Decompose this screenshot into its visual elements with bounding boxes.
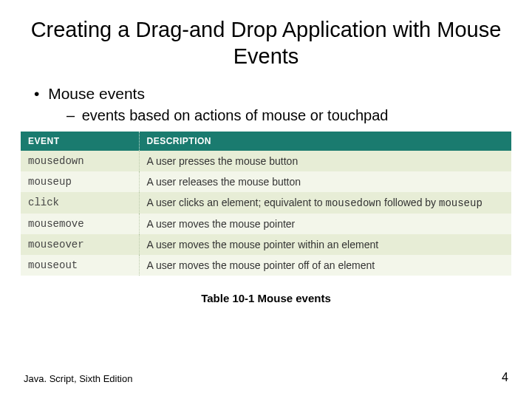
cell-event: mouseup — [21, 171, 139, 192]
table-header-row: EVENT DESCRIPTION — [21, 132, 511, 151]
desc-text: A user clicks an element; equivalent to — [147, 197, 326, 208]
cell-description: A user moves the mouse pointer off of an… — [139, 255, 511, 276]
table-row: mouseout A user moves the mouse pointer … — [21, 255, 511, 276]
desc-mono: mouseup — [439, 197, 482, 209]
cell-description: A user moves the mouse pointer within an… — [139, 234, 511, 255]
bullet-level1: Mouse events — [34, 85, 511, 103]
cell-description: A user moves the mouse pointer — [139, 214, 511, 234]
cell-event: mousemove — [21, 214, 139, 234]
col-header-description: DESCRIPTION — [139, 132, 511, 151]
table-row: mouseup A user releases the mouse button — [21, 171, 511, 192]
cell-description: A user presses the mouse button — [139, 151, 511, 171]
page-number: 4 — [502, 371, 508, 384]
cell-event: mouseover — [21, 234, 139, 255]
cell-description: A user clicks an element; equivalent to … — [139, 192, 511, 214]
cell-event: click — [21, 192, 139, 214]
table-row: mouseover A user moves the mouse pointer… — [21, 234, 511, 255]
events-table: EVENT DESCRIPTION mousedown A user press… — [21, 132, 511, 276]
table-row: mousemove A user moves the mouse pointer — [21, 214, 511, 234]
col-header-event: EVENT — [21, 132, 139, 151]
cell-description: A user releases the mouse button — [139, 171, 511, 192]
footer-book-title: Java. Script, Sixth Edition — [24, 373, 132, 384]
cell-event: mouseout — [21, 255, 139, 276]
table-caption: Table 10-1 Mouse events — [21, 292, 511, 304]
table-row: click A user clicks an element; equivale… — [21, 192, 511, 214]
desc-text: followed by — [381, 197, 439, 208]
events-table-wrap: EVENT DESCRIPTION mousedown A user press… — [21, 132, 511, 276]
bullet-level2: events based on actions of mouse or touc… — [66, 107, 511, 124]
table-row: mousedown A user presses the mouse butto… — [21, 151, 511, 171]
desc-mono: mousedown — [326, 197, 382, 209]
slide-title: Creating a Drag-and Drop Application wit… — [21, 16, 511, 70]
cell-event: mousedown — [21, 151, 139, 171]
